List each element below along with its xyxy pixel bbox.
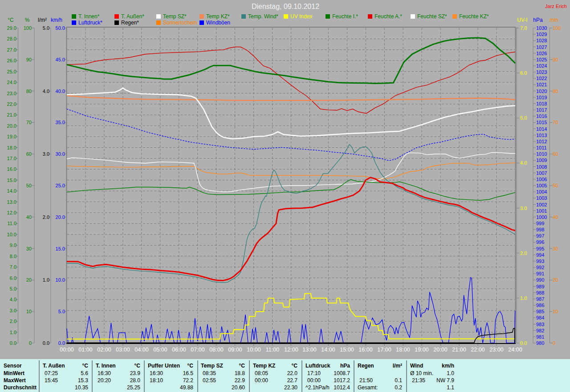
svg-text:18:00: 18:00 bbox=[396, 347, 410, 353]
svg-text:5.0: 5.0 bbox=[43, 25, 49, 31]
svg-text:80: 80 bbox=[553, 89, 558, 94]
svg-text:10.0: 10.0 bbox=[7, 232, 16, 237]
svg-text:T. Außen*: T. Außen* bbox=[121, 13, 144, 20]
svg-text:10.35: 10.35 bbox=[75, 384, 88, 391]
svg-text:23.0: 23.0 bbox=[7, 91, 16, 96]
svg-text:995: 995 bbox=[536, 246, 544, 251]
svg-text:03:00: 03:00 bbox=[116, 347, 130, 353]
svg-text:1015: 1015 bbox=[536, 120, 547, 125]
svg-text:Feuchte I.*: Feuchte I.* bbox=[332, 13, 358, 20]
svg-text:°C: °C bbox=[187, 363, 194, 369]
svg-text:1003: 1003 bbox=[536, 195, 547, 201]
svg-text:60: 60 bbox=[26, 151, 32, 157]
svg-text:°C: °C bbox=[134, 363, 141, 369]
svg-text:13:00: 13:00 bbox=[302, 347, 316, 353]
svg-text:17:10: 17:10 bbox=[307, 370, 321, 376]
svg-text:10.0: 10.0 bbox=[56, 277, 65, 283]
svg-text:14.0: 14.0 bbox=[7, 188, 16, 194]
svg-text:1.0: 1.0 bbox=[10, 330, 16, 335]
svg-text:00:00: 00:00 bbox=[255, 377, 268, 384]
svg-text:999: 999 bbox=[536, 221, 544, 226]
svg-text:6.0: 6.0 bbox=[10, 275, 16, 281]
svg-text:9.0: 9.0 bbox=[10, 242, 16, 248]
svg-text:13.0: 13.0 bbox=[7, 199, 16, 205]
svg-text:Puffer Unten: Puffer Unten bbox=[148, 363, 180, 369]
svg-text:998: 998 bbox=[536, 227, 544, 232]
svg-text:08:05: 08:05 bbox=[255, 370, 268, 376]
svg-text:1008: 1008 bbox=[536, 164, 547, 170]
svg-text:8.0: 8.0 bbox=[10, 254, 16, 259]
svg-text:29.0: 29.0 bbox=[7, 25, 16, 31]
svg-text:00:00: 00:00 bbox=[307, 377, 321, 384]
svg-text:984: 984 bbox=[536, 315, 544, 320]
svg-text:20: 20 bbox=[26, 277, 32, 283]
svg-text:1012: 1012 bbox=[536, 139, 547, 144]
svg-text:11.0: 11.0 bbox=[7, 221, 16, 226]
svg-text:22.0: 22.0 bbox=[287, 370, 298, 376]
svg-text:0: 0 bbox=[553, 340, 555, 346]
svg-text:994: 994 bbox=[536, 252, 544, 258]
svg-text:72.2: 72.2 bbox=[183, 377, 194, 384]
svg-text:80: 80 bbox=[26, 89, 32, 94]
svg-text:1028: 1028 bbox=[536, 38, 547, 43]
svg-text:Temp KZ: Temp KZ bbox=[253, 363, 275, 369]
svg-text:21:00: 21:00 bbox=[452, 347, 466, 353]
svg-text:1026: 1026 bbox=[536, 51, 547, 56]
svg-text:985: 985 bbox=[536, 309, 544, 314]
svg-text:1018: 1018 bbox=[536, 101, 547, 106]
svg-text:22.0: 22.0 bbox=[7, 101, 16, 107]
svg-text:7.0: 7.0 bbox=[10, 264, 16, 270]
svg-text:Temp KZ*: Temp KZ* bbox=[206, 13, 230, 20]
svg-text:07:25: 07:25 bbox=[45, 370, 58, 376]
svg-text:Wind: Wind bbox=[410, 363, 423, 369]
svg-text:1023: 1023 bbox=[536, 69, 547, 75]
svg-text:11:00: 11:00 bbox=[266, 347, 279, 353]
svg-text:1014: 1014 bbox=[536, 126, 547, 132]
svg-text:987: 987 bbox=[536, 296, 544, 302]
svg-text:40: 40 bbox=[26, 214, 32, 220]
svg-text:21:50: 21:50 bbox=[359, 377, 373, 384]
svg-text:1002: 1002 bbox=[536, 202, 547, 207]
svg-text:18.0: 18.0 bbox=[7, 145, 16, 150]
svg-text:15:00: 15:00 bbox=[340, 347, 354, 353]
svg-text:1007: 1007 bbox=[536, 170, 547, 176]
svg-text:1027: 1027 bbox=[536, 44, 547, 50]
svg-text:1004: 1004 bbox=[536, 189, 547, 194]
svg-text:40: 40 bbox=[553, 214, 558, 220]
svg-text:26.0: 26.0 bbox=[7, 58, 16, 63]
svg-text:21.0: 21.0 bbox=[7, 112, 16, 117]
svg-text:1.0: 1.0 bbox=[447, 370, 454, 376]
svg-text:16.5: 16.5 bbox=[183, 370, 194, 376]
svg-text:Feuchte SZ*: Feuchte SZ* bbox=[417, 13, 447, 20]
svg-text:15.3: 15.3 bbox=[78, 377, 89, 384]
svg-text:Luftdruck*: Luftdruck* bbox=[78, 20, 102, 26]
svg-text:100: 100 bbox=[553, 25, 561, 31]
svg-text:0: 0 bbox=[29, 340, 32, 346]
svg-text:20:00: 20:00 bbox=[433, 347, 447, 353]
svg-text:0.0: 0.0 bbox=[58, 340, 65, 346]
svg-text:996: 996 bbox=[536, 239, 544, 245]
svg-text:983: 983 bbox=[536, 322, 544, 327]
svg-text:Regen: Regen bbox=[358, 363, 374, 369]
svg-text:1009: 1009 bbox=[536, 158, 547, 163]
svg-text:Gesamt:: Gesamt: bbox=[358, 384, 378, 391]
svg-text:1030: 1030 bbox=[536, 25, 547, 31]
svg-text:Temp. Wind*: Temp. Wind* bbox=[248, 13, 278, 20]
svg-text:23:00: 23:00 bbox=[489, 347, 503, 353]
svg-text:4.0: 4.0 bbox=[43, 89, 49, 94]
svg-text:17.0: 17.0 bbox=[7, 156, 16, 161]
svg-text:19:00: 19:00 bbox=[415, 347, 428, 353]
svg-text:0.0: 0.0 bbox=[43, 340, 49, 346]
svg-text:988: 988 bbox=[536, 290, 544, 295]
svg-text:40.0: 40.0 bbox=[56, 89, 65, 94]
svg-text:Sensor: Sensor bbox=[4, 363, 22, 369]
svg-text:982: 982 bbox=[536, 328, 544, 333]
svg-text:T. Innen: T. Innen bbox=[96, 363, 116, 369]
svg-text:1016: 1016 bbox=[536, 113, 547, 119]
svg-text:1.0: 1.0 bbox=[43, 277, 49, 283]
svg-text:3.0: 3.0 bbox=[10, 308, 16, 313]
svg-text:1000: 1000 bbox=[536, 214, 547, 220]
svg-text:2.0: 2.0 bbox=[520, 251, 527, 256]
svg-text:1025: 1025 bbox=[536, 57, 547, 62]
svg-text:17:00: 17:00 bbox=[377, 347, 391, 353]
